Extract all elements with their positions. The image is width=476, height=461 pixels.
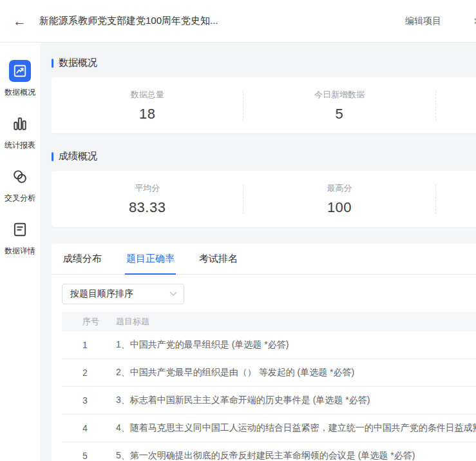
data-overview-card: 数据总量 18 今日新增数据 5 xyxy=(52,77,476,133)
section-accent-bar xyxy=(52,59,53,68)
stat-value: 18 xyxy=(52,106,243,123)
sidebar-item-label: 统计报表 xyxy=(0,140,40,150)
sidebar-item-statistics-report[interactable]: 统计报表 xyxy=(0,113,40,150)
main-area: 数据概况 统计报表 交叉分析 xyxy=(0,43,476,461)
section-title-score-overview: 成绩概况 xyxy=(52,150,476,162)
sidebar: 数据概况 统计报表 交叉分析 xyxy=(0,43,40,461)
table-row[interactable]: 3 3、标志着中国新民主主义革命开端的历史事件是 (单选题 *必答) xyxy=(62,387,476,415)
section-accent-bar xyxy=(52,152,53,161)
stat-value: 100 xyxy=(243,199,435,216)
stat-label: 数据总量 xyxy=(52,89,243,101)
sort-order-value: 按题目顺序排序 xyxy=(70,288,133,300)
table-row[interactable]: 5 5、第一次明确提出彻底的反帝反封建民主革命纲领的会议是 (单选题 *必答) xyxy=(62,442,476,461)
stat-label: 今日新增数据 xyxy=(243,89,435,101)
chevron-down-icon xyxy=(169,291,177,297)
sidebar-item-cross-analysis[interactable]: 交叉分析 xyxy=(0,166,40,203)
sidebar-item-label: 交叉分析 xyxy=(0,193,40,203)
analysis-card: 成绩分布 题目正确率 考试排名 按题目顺序排序 序号 题目标题 xyxy=(52,244,476,461)
page-title: 新能源系教师党支部建党100周年党史知... xyxy=(39,15,218,27)
bar-chart-icon xyxy=(0,113,40,135)
edit-project-button[interactable]: 编辑项目 xyxy=(405,15,441,27)
sort-order-dropdown[interactable]: 按题目顺序排序 xyxy=(62,284,184,304)
close-icon[interactable]: ✕ xyxy=(473,15,476,27)
sidebar-item-label: 数据详情 xyxy=(0,246,40,256)
header-title: 题目标题 xyxy=(116,316,476,328)
tab-question-accuracy[interactable]: 题目正确率 xyxy=(125,251,176,275)
stat-label: 最高分 xyxy=(243,182,435,194)
stat-value: 5 xyxy=(243,106,435,123)
sidebar-item-data-detail[interactable]: 数据详情 xyxy=(0,219,40,256)
table-header-row: 序号 题目标题 xyxy=(62,312,476,331)
table-row[interactable]: 1 1、中国共产党的最早组织是 (单选题 *必答) xyxy=(62,331,476,359)
dashed-divider xyxy=(435,91,436,121)
analysis-tabs: 成绩分布 题目正确率 考试排名 xyxy=(52,251,476,275)
stat-value: 83.33 xyxy=(52,199,243,216)
section-title-data-overview: 数据概况 xyxy=(52,57,476,69)
content-area: 数据概况 数据总量 18 今日新增数据 5 xyxy=(40,43,476,461)
table-row[interactable]: 2 2、中国共产党最早的组织是由（） 等发起的 (单选题 *必答) xyxy=(62,359,476,387)
back-arrow-icon[interactable]: ← xyxy=(13,14,26,28)
question-table: 序号 题目标题 1 1、中国共产党的最早组织是 (单选题 *必答) 2 2、中国… xyxy=(62,312,476,461)
data-detail-document-icon xyxy=(0,219,40,240)
stat-highest-score: 最高分 100 xyxy=(243,182,435,216)
stat-total-data: 数据总量 18 xyxy=(52,89,243,123)
stat-average-score: 平均分 83.33 xyxy=(52,182,243,216)
data-overview-chart-icon xyxy=(0,60,40,82)
score-overview-card: 平均分 83.33 最高分 100 xyxy=(52,171,476,227)
dashed-divider xyxy=(435,184,436,214)
tab-exam-ranking[interactable]: 考试排名 xyxy=(198,251,239,275)
stat-label: 平均分 xyxy=(52,182,243,194)
tab-score-distribution[interactable]: 成绩分布 xyxy=(62,251,103,275)
cross-analysis-circles-icon xyxy=(0,166,40,188)
top-bar: ← 新能源系教师党支部建党100周年党史知... 编辑项目 ✕ xyxy=(0,0,476,43)
table-row[interactable]: 4 4、随着马克思主义同中国工人运动的结合日益紧密，建立统一的中国共产党的条件日… xyxy=(62,415,476,442)
sidebar-item-label: 数据概况 xyxy=(0,87,40,97)
header-no: 序号 xyxy=(62,316,116,328)
stat-today-new-data: 今日新增数据 5 xyxy=(243,89,435,123)
sidebar-item-data-overview[interactable]: 数据概况 xyxy=(0,60,40,97)
